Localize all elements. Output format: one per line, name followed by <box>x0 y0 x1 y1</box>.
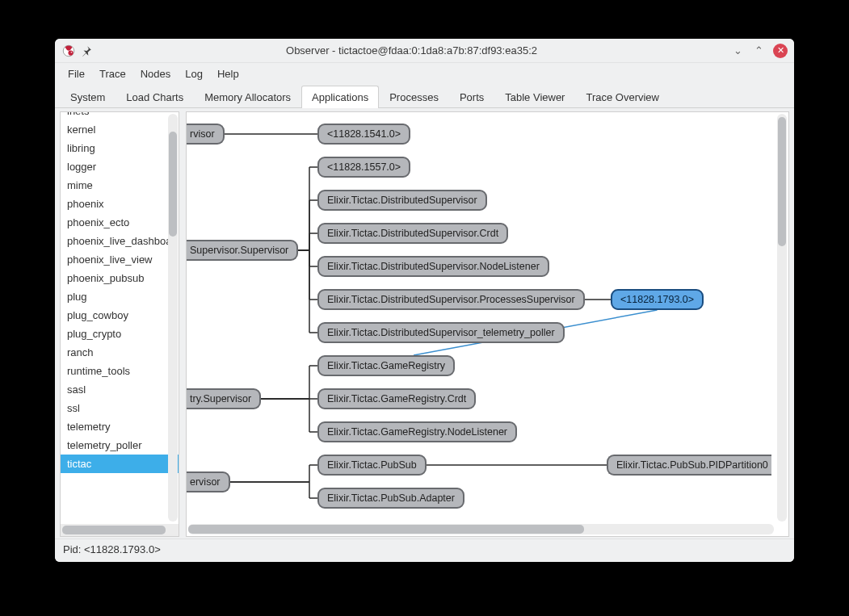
app-list-item[interactable]: phoenix_ecto <box>61 213 179 232</box>
tree-horizontal-scrollbar[interactable] <box>188 524 774 534</box>
tab-trace-overview[interactable]: Trace Overview <box>575 86 670 108</box>
sidebar-horizontal-scrollbar[interactable] <box>61 524 179 536</box>
tabbar: SystemLoad ChartsMemory AllocatorsApplic… <box>55 85 794 108</box>
menu-item-file[interactable]: File <box>61 66 91 82</box>
close-button[interactable]: ✕ <box>773 44 788 58</box>
tab-system[interactable]: System <box>60 86 116 108</box>
process-node[interactable]: Elixir.Tictac.DistributedSupervisor_tele… <box>317 322 565 343</box>
process-node[interactable]: <11828.1793.0> <box>611 289 704 310</box>
status-text: Pid: <11828.1793.0> <box>63 543 161 555</box>
menu-item-trace[interactable]: Trace <box>93 66 132 82</box>
tab-ports[interactable]: Ports <box>449 86 494 108</box>
application-window: Observer - tictactoe@fdaa:0:1da8:a7b:87:… <box>55 39 794 562</box>
process-node[interactable]: Elixir.Tictac.DistributedSupervisor <box>317 190 487 211</box>
tree-vertical-scroll-thumb[interactable] <box>778 117 786 246</box>
minimize-button[interactable]: ⌄ <box>731 44 744 57</box>
process-node[interactable]: Elixir.Tictac.DistributedSupervisor.Crdt <box>317 223 508 244</box>
app-list-item[interactable]: phoenix <box>61 195 179 213</box>
tab-memory-allocators[interactable]: Memory Allocators <box>194 86 301 108</box>
app-list-item[interactable]: ranch <box>61 343 179 362</box>
app-list-item[interactable]: phoenix_live_view <box>61 250 179 269</box>
app-list-item[interactable]: ssl <box>61 399 179 417</box>
process-node[interactable]: <11828.1557.0> <box>317 157 410 178</box>
process-node[interactable]: Elixir.Tictac.GameRegistry.Crdt <box>317 388 476 409</box>
process-node[interactable]: Elixir.Tictac.PubSub.Adapter <box>317 488 464 509</box>
app-list-item[interactable]: phoenix_live_dashboa <box>61 232 179 250</box>
app-list-item[interactable]: mime <box>61 176 179 195</box>
app-list-item[interactable]: libring <box>61 139 179 157</box>
menu-item-log[interactable]: Log <box>179 66 209 82</box>
tree-horizontal-scroll-thumb[interactable] <box>188 525 584 534</box>
app-list-item[interactable]: kernel <box>61 120 179 139</box>
app-list-item[interactable]: plug_cowboy <box>61 306 179 325</box>
process-node[interactable]: Elixir.Tictac.GameRegistry.NodeListener <box>317 421 517 442</box>
process-node[interactable]: Elixir.Tictac.PubSub <box>317 455 427 476</box>
process-node[interactable]: <11828.1541.0> <box>317 124 410 145</box>
app-list-item[interactable]: plug_crypto <box>61 325 179 343</box>
content-area: inetskernellibringloggermimephoenixphoen… <box>55 108 794 538</box>
process-tree-viewport[interactable]: rvisor<11828.1541.0><11828.1557.0>Elixir… <box>186 111 789 537</box>
maximize-button[interactable]: ⌃ <box>752 44 765 57</box>
app-list-item[interactable]: inets <box>61 112 179 120</box>
process-node[interactable]: Elixir.Tictac.GameRegistry <box>317 355 455 376</box>
tab-load-charts[interactable]: Load Charts <box>116 86 194 108</box>
titlebar[interactable]: Observer - tictactoe@fdaa:0:1da8:a7b:87:… <box>55 39 794 63</box>
app-list-item[interactable]: tictac <box>61 455 179 473</box>
process-node[interactable]: Elixir.Tictac.DistributedSupervisor.Node… <box>317 256 549 277</box>
app-list-item[interactable]: plug <box>61 287 179 306</box>
window-title: Observer - tictactoe@fdaa:0:1da8:a7b:87:… <box>92 44 731 57</box>
app-list-item[interactable]: telemetry <box>61 417 179 436</box>
process-node[interactable]: rvisor <box>187 124 225 145</box>
app-icon <box>61 44 76 58</box>
tab-processes[interactable]: Processes <box>379 86 449 108</box>
menu-item-nodes[interactable]: Nodes <box>134 66 178 82</box>
app-list-item[interactable]: telemetry_poller <box>61 436 179 455</box>
process-node[interactable]: Elixir.Tictac.PubSub.PIDPartition0 <box>607 455 771 476</box>
sidebar-horizontal-scroll-thumb[interactable] <box>62 526 166 534</box>
app-list-item[interactable]: logger <box>61 157 179 176</box>
svg-point-1 <box>68 50 73 55</box>
tab-applications[interactable]: Applications <box>301 86 379 108</box>
tree-vertical-scrollbar[interactable] <box>777 114 787 522</box>
pin-icon[interactable] <box>81 45 92 57</box>
process-node[interactable]: ervisor <box>187 471 230 492</box>
tab-table-viewer[interactable]: Table Viewer <box>494 86 575 108</box>
status-bar: Pid: <11828.1793.0> <box>55 538 794 562</box>
menubar: FileTraceNodesLogHelp <box>55 63 794 85</box>
process-node[interactable]: try.Supervisor <box>187 388 261 409</box>
sidebar-vertical-scroll-thumb[interactable] <box>169 132 177 237</box>
sidebar-vertical-scrollbar[interactable] <box>168 114 178 522</box>
process-node[interactable]: Supervisor.Supervisor <box>187 240 298 261</box>
menu-item-help[interactable]: Help <box>211 66 246 82</box>
app-list-item[interactable]: runtime_tools <box>61 362 179 380</box>
app-list-item[interactable]: phoenix_pubsub <box>61 269 179 287</box>
process-node[interactable]: Elixir.Tictac.DistributedSupervisor.Proc… <box>317 289 585 310</box>
app-list-item[interactable]: sasl <box>61 380 179 399</box>
svg-point-2 <box>71 51 73 52</box>
application-list: inetskernellibringloggermimephoenixphoen… <box>60 111 179 537</box>
